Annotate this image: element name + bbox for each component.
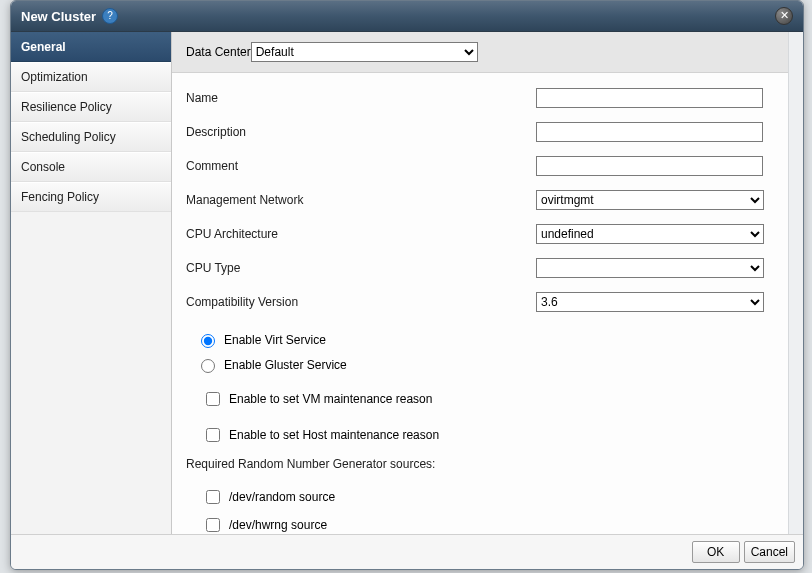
management-network-label: Management Network [186, 193, 536, 207]
scrollbar[interactable] [788, 32, 803, 534]
description-input[interactable] [536, 122, 763, 142]
cpu-type-select[interactable] [536, 258, 764, 278]
close-icon[interactable]: ✕ [775, 7, 793, 25]
comment-label: Comment [186, 159, 536, 173]
cpu-architecture-row: CPU Architecture undefined [172, 217, 788, 251]
enable-virt-label: Enable Virt Service [224, 333, 326, 347]
vm-maint-reason-label: Enable to set VM maintenance reason [229, 392, 432, 406]
enable-gluster-radio[interactable] [201, 359, 215, 373]
enable-gluster-label: Enable Gluster Service [224, 358, 347, 372]
rng-random-checkbox[interactable] [206, 490, 220, 504]
sidebar-tab-optimization[interactable]: Optimization [11, 62, 171, 92]
vm-maint-reason-checkbox[interactable] [206, 392, 220, 406]
data-center-row: Data Center Default [172, 32, 788, 73]
dialog-body: General Optimization Resilience Policy S… [11, 32, 803, 534]
rng-hwrng-label: /dev/hwrng source [229, 518, 327, 532]
enable-gluster-row: Enable Gluster Service [172, 352, 788, 377]
name-label: Name [186, 91, 536, 105]
help-icon[interactable]: ? [102, 8, 118, 24]
data-center-label: Data Center [186, 45, 251, 59]
cpu-architecture-label: CPU Architecture [186, 227, 536, 241]
cpu-type-row: CPU Type [172, 251, 788, 285]
compat-version-select[interactable]: 3.6 [536, 292, 764, 312]
comment-input[interactable] [536, 156, 763, 176]
compat-version-row: Compatibility Version 3.6 [172, 285, 788, 319]
cpu-type-label: CPU Type [186, 261, 536, 275]
enable-virt-radio[interactable] [201, 334, 215, 348]
name-row: Name [172, 81, 788, 115]
sidebar-tab-console[interactable]: Console [11, 152, 171, 182]
data-center-select[interactable]: Default [251, 42, 478, 62]
name-input[interactable] [536, 88, 763, 108]
host-maint-reason-row: Enable to set Host maintenance reason [172, 421, 788, 449]
new-cluster-dialog: New Cluster ? ✕ General Optimization Res… [10, 0, 804, 570]
dialog-footer: OK Cancel [11, 534, 803, 569]
host-maint-reason-checkbox[interactable] [206, 428, 220, 442]
rng-random-row: /dev/random source [172, 483, 788, 511]
rng-random-label: /dev/random source [229, 490, 335, 504]
description-row: Description [172, 115, 788, 149]
host-maint-reason-label: Enable to set Host maintenance reason [229, 428, 439, 442]
sidebar-tab-scheduling-policy[interactable]: Scheduling Policy [11, 122, 171, 152]
enable-virt-row: Enable Virt Service [172, 327, 788, 352]
content-panel: Data Center Default Name Description Com… [172, 32, 788, 534]
sidebar-tab-fencing-policy[interactable]: Fencing Policy [11, 182, 171, 212]
dialog-title: New Cluster [21, 9, 96, 24]
rng-sources-title: Required Random Number Generator sources… [172, 449, 788, 475]
management-network-row: Management Network ovirtmgmt [172, 183, 788, 217]
management-network-select[interactable]: ovirtmgmt [536, 190, 764, 210]
comment-row: Comment [172, 149, 788, 183]
rng-hwrng-row: /dev/hwrng source [172, 511, 788, 534]
titlebar: New Cluster ? ✕ [11, 1, 803, 32]
content-wrap: Data Center Default Name Description Com… [172, 32, 803, 534]
cpu-architecture-select[interactable]: undefined [536, 224, 764, 244]
cancel-button[interactable]: Cancel [744, 541, 795, 563]
sidebar-tab-resilience-policy[interactable]: Resilience Policy [11, 92, 171, 122]
rng-hwrng-checkbox[interactable] [206, 518, 220, 532]
vm-maint-reason-row: Enable to set VM maintenance reason [172, 385, 788, 413]
sidebar: General Optimization Resilience Policy S… [11, 32, 172, 534]
ok-button[interactable]: OK [692, 541, 740, 563]
description-label: Description [186, 125, 536, 139]
sidebar-tab-general[interactable]: General [11, 32, 171, 62]
compat-version-label: Compatibility Version [186, 295, 536, 309]
